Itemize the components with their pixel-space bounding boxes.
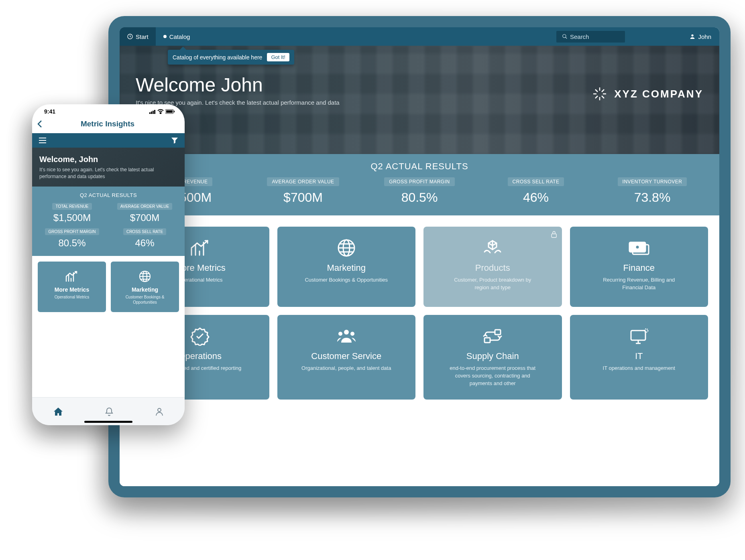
back-icon[interactable]: [37, 120, 43, 128]
hero-banner: Catalog of everything available here Got…: [120, 46, 719, 154]
tablet-device: Start Catalog Search John: [108, 16, 731, 497]
nav-catalog[interactable]: Catalog: [156, 27, 197, 46]
tile-desc: Organizational, people, and talent data: [301, 365, 391, 372]
phone-tile-more-metrics[interactable]: More Metrics Operational Metrics: [38, 262, 106, 312]
tile-title: Operations: [178, 351, 222, 361]
nav-start-label: Start: [136, 33, 149, 40]
cycle-icon: [482, 325, 503, 347]
tile-customer-service[interactable]: Customer Service Organizational, people,…: [277, 315, 416, 400]
tile-supply-chain[interactable]: Supply Chain end-to-end procurement proc…: [423, 315, 562, 400]
phone-kpi-title: Q2 ACTUAL RESULTS: [38, 192, 179, 198]
search-input[interactable]: Search: [556, 31, 625, 43]
dashboard-icon: [127, 33, 133, 40]
tile-title: Marketing: [327, 263, 366, 273]
nav-start[interactable]: Start: [120, 27, 156, 46]
phone-toolbar: [32, 133, 185, 148]
kpi-strip: Q2 ACTUAL RESULTS TOTAL REVENUE $1,500M …: [120, 154, 719, 215]
tile-title: Customer Service: [311, 351, 381, 361]
tile-desc: end-to-end procurement process that cove…: [446, 365, 539, 388]
kpi-value: 80.5%: [364, 190, 474, 205]
kpi-label: INVENTORY TURNOVER: [618, 177, 687, 186]
filter-icon[interactable]: [171, 137, 178, 144]
tablet-screen: Start Catalog Search John: [120, 27, 719, 486]
svg-rect-20: [154, 110, 155, 114]
tile-marketing[interactable]: Marketing Customer Bookings & Opportunit…: [277, 227, 416, 307]
globe-icon: [138, 269, 151, 284]
tile-desc: Customer Bookings & Opportunities: [305, 276, 388, 284]
kpi-value: 46%: [110, 237, 179, 249]
svg-point-2: [563, 34, 566, 38]
kpi-label: AVERAGE ORDER VALUE: [117, 203, 172, 210]
hands-product-icon: [482, 237, 503, 259]
chart-trend-icon: [65, 269, 79, 284]
tab-profile[interactable]: [155, 407, 164, 416]
tile-title: Supply Chain: [466, 351, 519, 361]
phone-device: 9:41 Metric Insights Welcome, John It's …: [32, 104, 185, 425]
tile-area: More Metrics Operational Metrics Marketi…: [120, 215, 719, 486]
kpi-average-order-value[interactable]: AVERAGE ORDER VALUE $700M: [248, 177, 358, 205]
user-icon: [689, 33, 696, 40]
kpi-label: CROSS SELL RATE: [508, 177, 564, 186]
phone-header: Metric Insights: [32, 116, 185, 133]
svg-rect-18: [151, 112, 152, 114]
svg-rect-23: [166, 110, 173, 113]
tile-products[interactable]: Products Customer, Product breakdown by …: [423, 227, 562, 307]
kpi-gross-profit-margin[interactable]: GROSS PROFIT MARGIN 80.5%: [364, 177, 474, 205]
phone-kpi-gross-profit-margin[interactable]: GROSS PROFIT MARGIN 80.5%: [38, 227, 106, 249]
kpi-value: 80.5%: [38, 237, 106, 249]
phone-kpi-average-order-value[interactable]: AVERAGE ORDER VALUE $700M: [110, 202, 179, 223]
phone-kpi-cross-sell-rate[interactable]: CROSS SELL RATE 46%: [110, 227, 179, 249]
dot-icon: [163, 34, 167, 39]
globe-icon: [337, 237, 356, 259]
svg-rect-15: [631, 331, 645, 340]
kpi-cross-sell-rate[interactable]: CROSS SELL RATE 46%: [481, 177, 591, 205]
phone-tile-area: More Metrics Operational Metrics Marketi…: [32, 256, 185, 318]
wifi-icon: [157, 109, 164, 114]
status-time: 9:41: [44, 108, 55, 115]
svg-rect-24: [174, 111, 175, 112]
menu-icon[interactable]: [39, 137, 47, 144]
svg-rect-13: [484, 338, 490, 343]
svg-point-27: [158, 408, 161, 412]
catalog-tooltip: Catalog of everything available here Got…: [168, 50, 294, 65]
user-menu[interactable]: John: [689, 33, 719, 40]
phone-hero-subtitle: It's nice to see you again. Let's check …: [39, 166, 177, 180]
kpi-value: $1,500M: [38, 212, 106, 223]
kpi-label: TOTAL REVENUE: [52, 203, 92, 210]
top-nav: Start Catalog Search John: [120, 27, 719, 46]
phone-tile-marketing[interactable]: Marketing Customer Bookings & Opportunit…: [111, 262, 179, 312]
svg-point-21: [160, 113, 161, 114]
tile-title: IT: [635, 351, 643, 361]
badge-check-icon: [190, 325, 210, 347]
nav-catalog-label: Catalog: [169, 33, 190, 40]
phone-kpi-strip: Q2 ACTUAL RESULTS TOTAL REVENUE $1,500M …: [32, 187, 185, 256]
signal-icon: [149, 110, 156, 114]
phone-kpi-total-revenue[interactable]: TOTAL REVENUE $1,500M: [38, 202, 106, 223]
tab-home[interactable]: [53, 407, 63, 416]
phone-app-title: Metric Insights: [43, 120, 173, 128]
svg-rect-6: [552, 234, 556, 237]
svg-point-10: [344, 330, 349, 335]
kpi-value: $700M: [248, 190, 358, 205]
battery-icon: [165, 109, 175, 114]
tile-it[interactable]: IT IT operations and management: [570, 315, 708, 400]
tile-desc: Recurring Revenue, Billing and Financial…: [593, 276, 685, 292]
chart-trend-icon: [189, 237, 211, 259]
phone-status-bar: 9:41: [32, 104, 185, 116]
phone-hero: Welcome, John It's nice to see you again…: [32, 148, 185, 187]
kpi-value: $700M: [110, 212, 179, 223]
search-placeholder: Search: [570, 33, 589, 40]
kpi-value: 46%: [481, 190, 591, 205]
svg-point-3: [692, 34, 694, 37]
svg-point-8: [635, 245, 639, 249]
home-indicator[interactable]: [84, 421, 132, 423]
money-icon: [628, 237, 650, 259]
tooltip-gotit-button[interactable]: Got It!: [267, 53, 289, 61]
kpi-inventory-turnover[interactable]: INVENTORY TURNOVER 73.8%: [597, 177, 707, 205]
tile-finance[interactable]: Finance Recurring Revenue, Billing and F…: [570, 227, 708, 307]
tab-notifications[interactable]: [105, 407, 114, 416]
kpi-label: CROSS SELL RATE: [123, 228, 166, 235]
lock-icon: [551, 231, 557, 238]
brand-logo-icon: [592, 86, 608, 102]
tile-title: Finance: [623, 263, 655, 273]
